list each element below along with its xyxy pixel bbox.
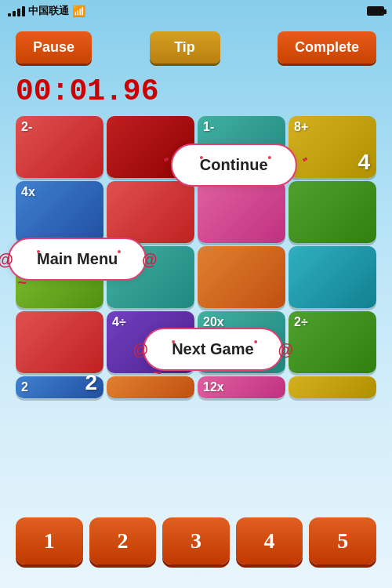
main-menu-label: Main Menu <box>37 250 118 267</box>
continue-cloud[interactable]: ﾞ Continue ﾞ <box>171 143 297 187</box>
timer-display: 00:01.96 <box>0 70 392 116</box>
carrier-label: 中国联通 <box>28 4 69 18</box>
pause-button[interactable]: Pause <box>16 31 92 64</box>
swirl-left-continue: ﾞ <box>161 156 169 174</box>
swirl-left-next: @ <box>132 340 148 358</box>
swirl-bottom-next: ~ <box>152 364 162 382</box>
num-btn-3[interactable]: 3 <box>162 517 230 564</box>
swirl-right-continue: ﾞ <box>299 156 307 174</box>
swirl-left-menu: @ <box>0 250 13 268</box>
continue-popup[interactable]: ﾞ Continue ﾞ <box>171 143 297 187</box>
num-btn-4[interactable]: 4 <box>236 517 303 564</box>
next-game-cloud[interactable]: @ Next Game @ ~ <box>143 328 283 371</box>
battery-icon <box>367 6 384 16</box>
main-menu-popup[interactable]: @ Main Menu @ ~ <box>8 238 147 281</box>
game-area: 2- 1- 8+4 4x 1- 4÷ 20x 2÷ 22 12x ﾞ Conti… <box>0 116 392 398</box>
swirl-right-next: @ <box>278 340 293 358</box>
top-toolbar: Pause Tip Complete <box>0 25 392 70</box>
status-left: 中国联通 📶 <box>8 4 85 18</box>
number-bar: 1 2 3 4 5 <box>16 517 376 564</box>
complete-button[interactable]: Complete <box>278 31 376 64</box>
num-btn-5[interactable]: 5 <box>309 517 376 564</box>
signal-icon <box>8 6 25 16</box>
status-bar: 中国联通 📶 <box>0 0 392 22</box>
next-game-popup[interactable]: @ Next Game @ ~ <box>143 328 283 371</box>
next-game-label: Next Game <box>172 340 254 358</box>
swirl-bottom-menu: ~ <box>17 274 27 292</box>
popup-overlay: ﾞ Continue ﾞ @ Main Menu @ ~ @ Next Game… <box>0 116 392 398</box>
num-btn-1[interactable]: 1 <box>16 517 83 564</box>
tip-button[interactable]: Tip <box>150 31 220 64</box>
continue-label: Continue <box>200 156 268 173</box>
wifi-icon: 📶 <box>72 5 85 17</box>
num-btn-2[interactable]: 2 <box>89 517 157 564</box>
battery-indicator <box>367 6 384 16</box>
main-menu-cloud[interactable]: @ Main Menu @ ~ <box>8 238 147 281</box>
swirl-right-menu: @ <box>142 250 158 268</box>
